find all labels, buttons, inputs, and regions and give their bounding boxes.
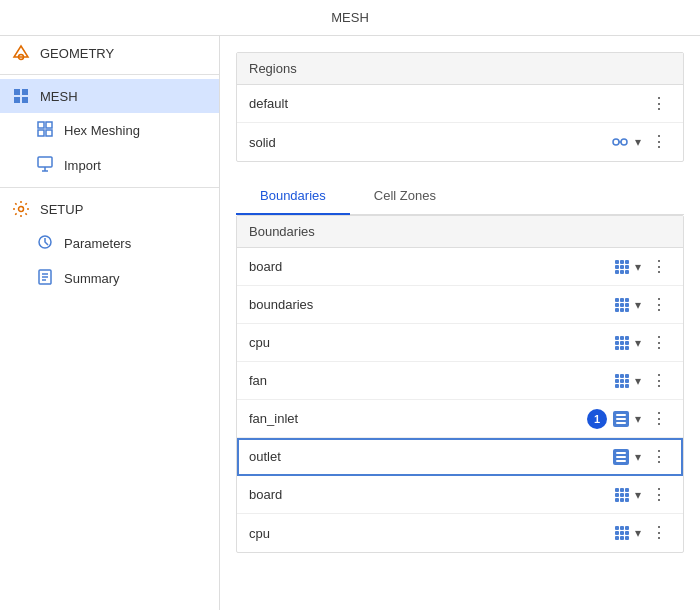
boundary-fan-inlet-chevron[interactable]: ▾ xyxy=(633,410,643,428)
boundary-fan-menu-button[interactable]: ⋮ xyxy=(647,371,671,391)
import-icon xyxy=(36,155,54,176)
divider-2 xyxy=(0,187,219,188)
boundary-board2-label: board xyxy=(249,487,615,502)
table-row: default ⋮ xyxy=(237,85,683,123)
summary-icon xyxy=(36,268,54,289)
svg-rect-9 xyxy=(38,157,52,167)
table-row: solid ▾ ⋮ xyxy=(237,123,683,161)
svg-point-10 xyxy=(19,207,24,212)
boundary-outlet-menu-button[interactable]: ⋮ xyxy=(647,447,671,467)
table-row: outlet ▾ ⋮ xyxy=(237,438,683,476)
boundary-board-menu-button[interactable]: ⋮ xyxy=(647,257,671,277)
region-default-menu-button[interactable]: ⋮ xyxy=(647,94,671,114)
boundary-boundaries-chevron[interactable]: ▾ xyxy=(633,296,643,314)
tab-boundaries[interactable]: Boundaries xyxy=(236,178,350,215)
svg-rect-5 xyxy=(38,122,44,128)
boundary-cpu-menu-button[interactable]: ⋮ xyxy=(647,333,671,353)
boundary-boundaries-label: boundaries xyxy=(249,297,615,312)
boundary-board2-chevron[interactable]: ▾ xyxy=(633,486,643,504)
table-row: board ▾ ⋮ xyxy=(237,248,683,286)
boundary-cpu2-menu-button[interactable]: ⋮ xyxy=(647,523,671,543)
sidebar-hex-label: Hex Meshing xyxy=(64,123,140,138)
badge-1: 1 xyxy=(587,409,607,429)
boundary-fan-inlet-actions: ▾ ⋮ xyxy=(613,409,671,429)
params-icon xyxy=(36,233,54,254)
region-solid-label: solid xyxy=(249,135,611,150)
table-row: board ▾ ⋮ xyxy=(237,476,683,514)
connect-icon xyxy=(611,133,629,151)
boundary-boundaries-actions: ▾ ⋮ xyxy=(615,295,671,315)
sidebar-mesh-label: MESH xyxy=(40,89,78,104)
geometry-icon xyxy=(12,44,30,62)
region-solid-menu-button[interactable]: ⋮ xyxy=(647,132,671,152)
boundary-cpu-chevron[interactable]: ▾ xyxy=(633,334,643,352)
boundary-outlet-actions: ▾ ⋮ xyxy=(613,447,671,467)
sidebar-geometry-label: GEOMETRY xyxy=(40,46,114,61)
sidebar-setup-label: SETUP xyxy=(40,202,83,217)
svg-rect-7 xyxy=(38,130,44,136)
sidebar-item-setup[interactable]: SETUP xyxy=(0,192,219,226)
boundary-fan-label: fan xyxy=(249,373,615,388)
svg-point-14 xyxy=(621,139,627,145)
tab-cell-zones[interactable]: Cell Zones xyxy=(350,178,460,215)
boundary-outlet-chevron[interactable]: ▾ xyxy=(633,448,643,466)
region-solid-actions: ▾ ⋮ xyxy=(611,132,671,152)
boundary-board2-menu-button[interactable]: ⋮ xyxy=(647,485,671,505)
svg-rect-6 xyxy=(46,122,52,128)
boundary-board-label: board xyxy=(249,259,615,274)
page-title: MESH xyxy=(331,10,369,25)
sidebar-item-mesh[interactable]: MESH xyxy=(0,79,219,113)
regions-header: Regions xyxy=(237,53,683,85)
boundaries-card: Boundaries board ▾ ⋮ boundaries xyxy=(236,215,684,553)
setup-icon xyxy=(12,200,30,218)
hex-icon xyxy=(36,120,54,141)
svg-rect-4 xyxy=(22,97,28,103)
region-default-actions: ⋮ xyxy=(647,94,671,114)
sidebar: GEOMETRY MESH xyxy=(0,36,220,610)
svg-rect-3 xyxy=(14,97,20,103)
sidebar-summary-label: Summary xyxy=(64,271,120,286)
boundary-cpu2-label: cpu xyxy=(249,526,615,541)
content-area: Regions default ⋮ solid xyxy=(220,36,700,610)
sidebar-parameters-label: Parameters xyxy=(64,236,131,251)
boundary-cpu2-chevron[interactable]: ▾ xyxy=(633,524,643,542)
boundary-board2-actions: ▾ ⋮ xyxy=(615,485,671,505)
tabs-row: Boundaries Cell Zones xyxy=(236,178,684,215)
boundary-cpu-actions: ▾ ⋮ xyxy=(615,333,671,353)
grid-blue-icon xyxy=(615,336,629,350)
svg-rect-8 xyxy=(46,130,52,136)
boundary-boundaries-menu-button[interactable]: ⋮ xyxy=(647,295,671,315)
sidebar-item-parameters[interactable]: Parameters xyxy=(0,226,219,261)
boundaries-header: Boundaries xyxy=(237,216,683,248)
grid-blue-icon xyxy=(615,374,629,388)
boundary-cpu-label: cpu xyxy=(249,335,615,350)
boundary-cpu2-actions: ▾ ⋮ xyxy=(615,523,671,543)
solid-blue-icon xyxy=(613,411,629,427)
sidebar-item-import[interactable]: Import xyxy=(0,148,219,183)
boundary-fan-inlet-label: fan_inlet xyxy=(249,411,587,426)
grid-blue-icon xyxy=(615,298,629,312)
boundary-board-chevron[interactable]: ▾ xyxy=(633,258,643,276)
svg-rect-2 xyxy=(22,89,28,95)
svg-rect-1 xyxy=(14,89,20,95)
table-row: boundaries ▾ ⋮ xyxy=(237,286,683,324)
sidebar-item-hex-meshing[interactable]: Hex Meshing xyxy=(0,113,219,148)
boundary-fan-inlet-menu-button[interactable]: ⋮ xyxy=(647,409,671,429)
svg-point-13 xyxy=(613,139,619,145)
boundary-fan-chevron[interactable]: ▾ xyxy=(633,372,643,390)
solid-blue-icon xyxy=(613,449,629,465)
grid-blue-icon xyxy=(615,526,629,540)
table-row: cpu ▾ ⋮ xyxy=(237,514,683,552)
mesh-icon xyxy=(12,87,30,105)
table-row: cpu ▾ ⋮ xyxy=(237,324,683,362)
sidebar-import-label: Import xyxy=(64,158,101,173)
table-row: fan_inlet 1 ▾ ⋮ xyxy=(237,400,683,438)
divider-1 xyxy=(0,74,219,75)
region-solid-chevron[interactable]: ▾ xyxy=(633,133,643,151)
grid-blue-icon xyxy=(615,260,629,274)
sidebar-item-geometry[interactable]: GEOMETRY xyxy=(0,36,219,70)
sidebar-item-summary[interactable]: Summary xyxy=(0,261,219,296)
boundary-fan-actions: ▾ ⋮ xyxy=(615,371,671,391)
regions-card: Regions default ⋮ solid xyxy=(236,52,684,162)
region-default-label: default xyxy=(249,96,647,111)
